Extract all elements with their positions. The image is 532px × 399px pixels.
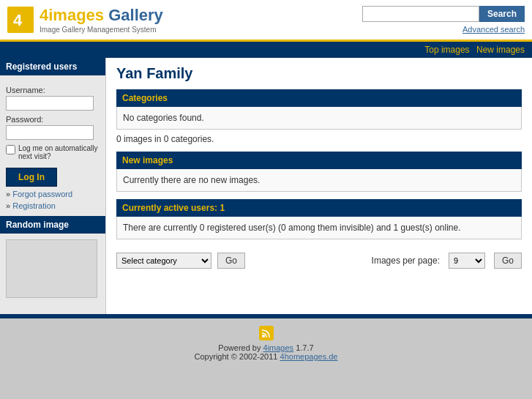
- top-nav-bar: Top images New images: [0, 42, 532, 58]
- registered-users-title: Registered users: [0, 58, 105, 75]
- rss-icon-container: [7, 326, 525, 343]
- main-layout: Registered users Username: Password: Log…: [0, 58, 532, 314]
- svg-text:4: 4: [13, 11, 23, 29]
- random-image-box: [6, 239, 97, 298]
- header: 4 4images Gallery Image Gallery Manageme…: [0, 0, 532, 42]
- sidebar: Registered users Username: Password: Log…: [0, 58, 106, 314]
- username-input[interactable]: [6, 96, 94, 111]
- logo-brand-suffix: Gallery: [104, 6, 163, 24]
- logo-text: 4images Gallery Image Gallery Management…: [40, 6, 163, 33]
- login-button[interactable]: Log In: [6, 168, 57, 187]
- footer-text: Powered by 4images 1.7.7 Copyright © 200…: [7, 343, 525, 361]
- random-image-section: Random image: [0, 216, 105, 298]
- copyright-link[interactable]: 4homepages.de: [280, 352, 338, 361]
- new-images-header: New images: [116, 152, 522, 169]
- categories-body: No categories found.: [116, 107, 522, 130]
- new-images-link[interactable]: New images: [476, 45, 525, 55]
- search-form: Search: [362, 6, 525, 22]
- autologin-label: Log me on automatically next visit?: [18, 144, 100, 160]
- per-page-select[interactable]: 9: [449, 253, 485, 269]
- content-area: Yan Family Categories No categories foun…: [106, 58, 532, 314]
- page-title: Yan Family: [116, 65, 522, 82]
- rss-icon: [259, 326, 274, 340]
- autologin-checkbox[interactable]: [6, 145, 15, 154]
- svg-point-2: [262, 335, 265, 338]
- active-users-body: There are currently 0 registered user(s)…: [116, 217, 522, 239]
- categories-header: Categories: [116, 89, 522, 107]
- forgot-password-link[interactable]: Forgot password: [6, 190, 100, 198]
- bottom-controls: Select category Go Images per page: 9 Go: [116, 247, 522, 275]
- per-page-go-button[interactable]: Go: [494, 253, 522, 269]
- images-per-page-label: Images per page:: [372, 256, 440, 266]
- copyright-text: Copyright © 2002-2011: [195, 352, 280, 361]
- images-count: 0 images in 0 categories.: [116, 134, 522, 144]
- advanced-search-link[interactable]: Advanced search: [462, 25, 525, 34]
- logo-subtitle: Image Gallery Management System: [40, 26, 163, 34]
- logo-brand-prefix: 4images: [40, 6, 104, 24]
- autologin-row: Log me on automatically next visit?: [6, 144, 100, 160]
- search-area: Search Advanced search: [362, 6, 525, 34]
- password-label: Password:: [6, 115, 100, 124]
- category-select[interactable]: Select category: [116, 253, 211, 269]
- password-input[interactable]: [6, 125, 94, 140]
- category-go-button[interactable]: Go: [217, 253, 245, 269]
- powered-by-prefix: Powered by: [218, 343, 263, 352]
- footer: Powered by 4images 1.7.7 Copyright © 200…: [0, 318, 532, 368]
- new-images-body: Currently there are no new images.: [116, 169, 522, 192]
- random-image-title: Random image: [0, 216, 105, 234]
- search-button[interactable]: Search: [479, 6, 525, 22]
- logo-area: 4 4images Gallery Image Gallery Manageme…: [7, 6, 163, 33]
- active-users-header: Currently active users: 1: [116, 199, 522, 217]
- logo-icon: 4: [7, 7, 34, 33]
- search-input[interactable]: [362, 6, 479, 22]
- powered-by-brand[interactable]: 4images: [263, 343, 294, 352]
- registration-link[interactable]: Registration: [6, 201, 100, 210]
- sidebar-login-content: Username: Password: Log me on automatica…: [0, 75, 105, 216]
- username-label: Username:: [6, 86, 100, 94]
- top-images-link[interactable]: Top images: [424, 45, 469, 55]
- powered-by-version: 1.7.7: [293, 343, 314, 352]
